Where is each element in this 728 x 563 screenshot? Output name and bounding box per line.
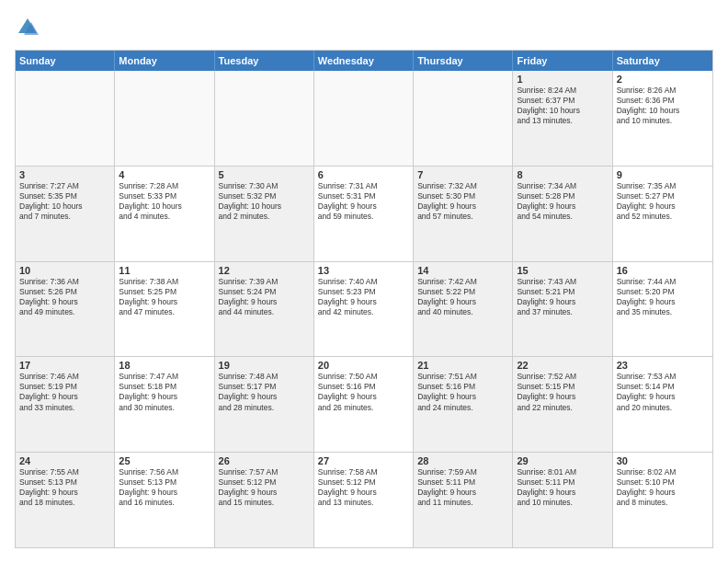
header-cell-thursday: Thursday <box>414 51 513 71</box>
header-cell-monday: Monday <box>115 51 214 71</box>
cell-text: Sunrise: 7:42 AM Sunset: 5:22 PM Dayligh… <box>417 277 508 317</box>
day-number: 24 <box>19 455 110 466</box>
cell-text: Sunrise: 7:55 AM Sunset: 5:13 PM Dayligh… <box>19 467 110 508</box>
day-number: 28 <box>417 455 508 466</box>
cell-text: Sunrise: 7:39 AM Sunset: 5:24 PM Dayligh… <box>219 277 310 317</box>
calendar-cell-4-5: 29Sunrise: 8:01 AM Sunset: 5:11 PM Dayli… <box>513 453 612 547</box>
calendar-cell-2-4: 14Sunrise: 7:42 AM Sunset: 5:22 PM Dayli… <box>414 262 513 357</box>
calendar-cell-4-0: 24Sunrise: 7:55 AM Sunset: 5:13 PM Dayli… <box>16 453 115 547</box>
cell-text: Sunrise: 7:27 AM Sunset: 5:35 PM Dayligh… <box>19 181 110 222</box>
cell-text: Sunrise: 7:51 AM Sunset: 5:16 PM Dayligh… <box>417 372 508 412</box>
day-number: 14 <box>417 265 508 276</box>
day-number: 15 <box>517 265 608 276</box>
calendar-cell-3-0: 17Sunrise: 7:46 AM Sunset: 5:19 PM Dayli… <box>16 357 115 452</box>
day-number: 23 <box>617 360 709 371</box>
day-number: 1 <box>517 74 608 85</box>
calendar-cell-3-2: 19Sunrise: 7:48 AM Sunset: 5:17 PM Dayli… <box>215 357 314 452</box>
cell-text: Sunrise: 7:43 AM Sunset: 5:21 PM Dayligh… <box>517 277 608 317</box>
calendar-row-0: 1Sunrise: 8:24 AM Sunset: 6:37 PM Daylig… <box>16 71 712 166</box>
header-cell-tuesday: Tuesday <box>215 51 314 71</box>
calendar-cell-1-1: 4Sunrise: 7:28 AM Sunset: 5:33 PM Daylig… <box>115 167 214 261</box>
calendar-cell-1-5: 8Sunrise: 7:34 AM Sunset: 5:28 PM Daylig… <box>513 167 612 261</box>
calendar-cell-2-2: 12Sunrise: 7:39 AM Sunset: 5:24 PM Dayli… <box>215 262 314 357</box>
day-number: 9 <box>617 169 709 180</box>
cell-text: Sunrise: 7:28 AM Sunset: 5:33 PM Dayligh… <box>119 181 210 222</box>
day-number: 2 <box>617 74 709 85</box>
cell-text: Sunrise: 7:38 AM Sunset: 5:25 PM Dayligh… <box>119 277 210 317</box>
cell-text: Sunrise: 8:26 AM Sunset: 6:36 PM Dayligh… <box>617 86 709 126</box>
calendar-row-1: 3Sunrise: 7:27 AM Sunset: 5:35 PM Daylig… <box>16 166 712 261</box>
calendar-cell-4-4: 28Sunrise: 7:59 AM Sunset: 5:11 PM Dayli… <box>414 453 513 547</box>
calendar-body: 1Sunrise: 8:24 AM Sunset: 6:37 PM Daylig… <box>16 71 712 547</box>
day-number: 16 <box>617 265 709 276</box>
cell-text: Sunrise: 7:40 AM Sunset: 5:23 PM Dayligh… <box>318 277 409 317</box>
cell-text: Sunrise: 7:59 AM Sunset: 5:11 PM Dayligh… <box>417 467 508 508</box>
day-number: 25 <box>119 455 210 466</box>
calendar-cell-4-6: 30Sunrise: 8:02 AM Sunset: 5:10 PM Dayli… <box>613 453 712 547</box>
day-number: 8 <box>517 169 608 180</box>
day-number: 26 <box>219 455 310 466</box>
header <box>15 15 713 40</box>
day-number: 5 <box>219 169 310 180</box>
logo <box>15 15 42 40</box>
calendar-cell-1-3: 6Sunrise: 7:31 AM Sunset: 5:31 PM Daylig… <box>314 167 414 261</box>
cell-text: Sunrise: 7:58 AM Sunset: 5:12 PM Dayligh… <box>318 467 409 508</box>
calendar-row-4: 24Sunrise: 7:55 AM Sunset: 5:13 PM Dayli… <box>16 452 712 547</box>
calendar-cell-0-2 <box>215 71 314 166</box>
cell-text: Sunrise: 7:48 AM Sunset: 5:17 PM Dayligh… <box>219 372 310 412</box>
calendar-cell-1-2: 5Sunrise: 7:30 AM Sunset: 5:32 PM Daylig… <box>215 167 314 261</box>
cell-text: Sunrise: 7:44 AM Sunset: 5:20 PM Dayligh… <box>617 277 709 317</box>
cell-text: Sunrise: 8:02 AM Sunset: 5:10 PM Dayligh… <box>617 467 709 508</box>
calendar-cell-2-6: 16Sunrise: 7:44 AM Sunset: 5:20 PM Dayli… <box>613 262 712 357</box>
day-number: 20 <box>318 360 409 371</box>
calendar: SundayMondayTuesdayWednesdayThursdayFrid… <box>15 50 713 548</box>
day-number: 17 <box>19 360 110 371</box>
cell-text: Sunrise: 7:56 AM Sunset: 5:13 PM Dayligh… <box>119 467 210 508</box>
calendar-cell-4-3: 27Sunrise: 7:58 AM Sunset: 5:12 PM Dayli… <box>314 453 414 547</box>
logo-icon <box>15 15 40 40</box>
calendar-cell-2-1: 11Sunrise: 7:38 AM Sunset: 5:25 PM Dayli… <box>115 262 214 357</box>
cell-text: Sunrise: 7:36 AM Sunset: 5:26 PM Dayligh… <box>19 277 110 317</box>
calendar-cell-4-1: 25Sunrise: 7:56 AM Sunset: 5:13 PM Dayli… <box>115 453 214 547</box>
calendar-cell-2-3: 13Sunrise: 7:40 AM Sunset: 5:23 PM Dayli… <box>314 262 414 357</box>
calendar-row-2: 10Sunrise: 7:36 AM Sunset: 5:26 PM Dayli… <box>16 261 712 357</box>
cell-text: Sunrise: 7:32 AM Sunset: 5:30 PM Dayligh… <box>417 181 508 222</box>
cell-text: Sunrise: 8:24 AM Sunset: 6:37 PM Dayligh… <box>517 86 608 126</box>
day-number: 6 <box>318 169 409 180</box>
cell-text: Sunrise: 7:34 AM Sunset: 5:28 PM Dayligh… <box>517 181 608 222</box>
cell-text: Sunrise: 7:57 AM Sunset: 5:12 PM Dayligh… <box>219 467 310 508</box>
calendar-header: SundayMondayTuesdayWednesdayThursdayFrid… <box>16 51 712 71</box>
calendar-cell-2-0: 10Sunrise: 7:36 AM Sunset: 5:26 PM Dayli… <box>16 262 115 357</box>
day-number: 3 <box>19 169 110 180</box>
day-number: 18 <box>119 360 210 371</box>
cell-text: Sunrise: 8:01 AM Sunset: 5:11 PM Dayligh… <box>517 467 608 508</box>
day-number: 21 <box>417 360 508 371</box>
header-cell-wednesday: Wednesday <box>314 51 414 71</box>
calendar-cell-3-6: 23Sunrise: 7:53 AM Sunset: 5:14 PM Dayli… <box>613 357 712 452</box>
calendar-cell-0-3 <box>314 71 414 166</box>
calendar-cell-0-6: 2Sunrise: 8:26 AM Sunset: 6:36 PM Daylig… <box>613 71 712 166</box>
calendar-cell-0-0 <box>16 71 115 166</box>
calendar-cell-3-5: 22Sunrise: 7:52 AM Sunset: 5:15 PM Dayli… <box>513 357 612 452</box>
day-number: 7 <box>417 169 508 180</box>
cell-text: Sunrise: 7:35 AM Sunset: 5:27 PM Dayligh… <box>617 181 709 222</box>
cell-text: Sunrise: 7:52 AM Sunset: 5:15 PM Dayligh… <box>517 372 608 412</box>
cell-text: Sunrise: 7:30 AM Sunset: 5:32 PM Dayligh… <box>219 181 310 222</box>
cell-text: Sunrise: 7:50 AM Sunset: 5:16 PM Dayligh… <box>318 372 409 412</box>
day-number: 4 <box>119 169 210 180</box>
cell-text: Sunrise: 7:53 AM Sunset: 5:14 PM Dayligh… <box>617 372 709 412</box>
day-number: 12 <box>219 265 310 276</box>
header-cell-saturday: Saturday <box>613 51 712 71</box>
day-number: 11 <box>119 265 210 276</box>
day-number: 29 <box>517 455 608 466</box>
day-number: 22 <box>517 360 608 371</box>
calendar-cell-3-1: 18Sunrise: 7:47 AM Sunset: 5:18 PM Dayli… <box>115 357 214 452</box>
calendar-cell-1-6: 9Sunrise: 7:35 AM Sunset: 5:27 PM Daylig… <box>613 167 712 261</box>
day-number: 19 <box>219 360 310 371</box>
calendar-cell-3-3: 20Sunrise: 7:50 AM Sunset: 5:16 PM Dayli… <box>314 357 414 452</box>
calendar-cell-0-4 <box>414 71 513 166</box>
day-number: 30 <box>617 455 709 466</box>
header-cell-friday: Friday <box>513 51 612 71</box>
calendar-cell-4-2: 26Sunrise: 7:57 AM Sunset: 5:12 PM Dayli… <box>215 453 314 547</box>
calendar-cell-1-4: 7Sunrise: 7:32 AM Sunset: 5:30 PM Daylig… <box>414 167 513 261</box>
